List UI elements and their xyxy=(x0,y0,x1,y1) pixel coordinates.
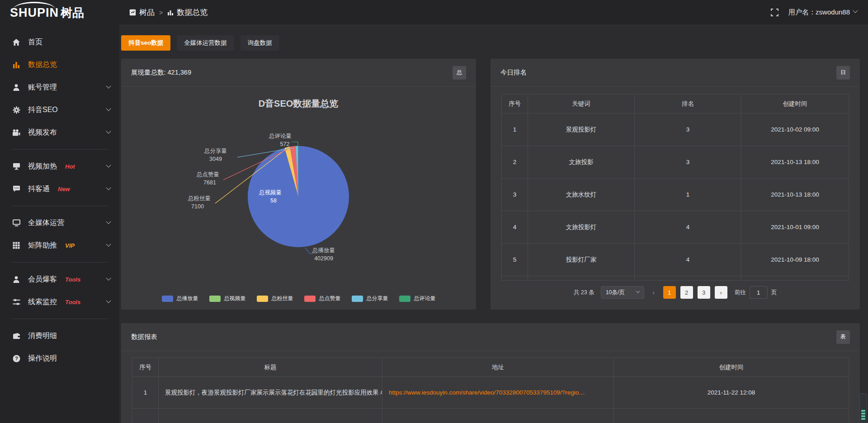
page-button-1[interactable]: 1 xyxy=(663,286,676,299)
svg-text:D音SEO数据量总览: D音SEO数据量总览 xyxy=(259,99,339,108)
ranking-table: 序号 关键词 排名 创建时间 1 景观投影灯 3 2021-10-02 09:0… xyxy=(501,94,849,281)
video-camera-icon xyxy=(12,128,21,136)
prev-page-button[interactable]: ‹ xyxy=(649,289,659,296)
username-label: 用户名：zswodun88 xyxy=(788,8,850,17)
sidebar-item-account[interactable]: 账号管理 xyxy=(0,76,119,99)
sidebar-item-clue-monitor[interactable]: 线索监控 Tools xyxy=(0,291,119,313)
sidebar-item-label: 操作说明 xyxy=(28,354,57,363)
sidebar-item-matrix-boost[interactable]: 矩阵助推 VIP xyxy=(0,234,119,257)
legend-label: 总分享量 xyxy=(367,295,388,302)
svg-text:572: 572 xyxy=(280,141,290,147)
next-page-button[interactable]: › xyxy=(715,286,727,299)
tab-douyin-seo-data[interactable]: 抖音seo数据 xyxy=(121,35,170,51)
grid-icon xyxy=(12,241,21,249)
sidebar-item-label: 账号管理 xyxy=(28,83,57,92)
cell-url: https://www.iesdouyin.com/share/video/70… xyxy=(382,377,614,409)
sidebar-item-label: 数据总览 xyxy=(28,60,57,70)
sidebar-item-douyin-seo[interactable]: 抖音SEO xyxy=(0,99,119,121)
fullscreen-icon[interactable] xyxy=(771,9,778,16)
legend-swatch xyxy=(209,296,221,302)
breadcrumb-root[interactable]: 树品 xyxy=(139,7,155,18)
legend-item[interactable]: 总点赞量 xyxy=(304,295,341,302)
sidebar-item-label: 矩阵助推 xyxy=(28,241,57,250)
user-icon xyxy=(12,275,21,283)
cell-created: 2021-10-13 18:00 xyxy=(741,146,849,179)
day-badge-button[interactable]: 日 xyxy=(836,66,850,80)
table-badge-button[interactable]: 表 xyxy=(836,330,850,344)
pie-chart[interactable]: D音SEO数据量总览总播放量402909总视频量58总粉丝量7100总点赞量76… xyxy=(121,87,476,310)
sidebar-item-video-heat[interactable]: 视频加热 Hot xyxy=(0,155,119,178)
legend-item[interactable]: 总视频量 xyxy=(209,295,246,302)
page-button-2[interactable]: 2 xyxy=(680,286,693,299)
sidebar-item-douketong[interactable]: 抖客通 New xyxy=(0,178,119,200)
tab-media-operation-data[interactable]: 全媒体运营数据 xyxy=(177,35,234,51)
chevron-down-icon xyxy=(106,242,111,247)
pagination-total: 共 23 条 xyxy=(574,289,594,296)
cell-rank: 3 xyxy=(635,113,741,146)
svg-text:总评论量: 总评论量 xyxy=(269,133,292,139)
sidebar-item-instructions[interactable]: ? 操作说明 xyxy=(0,347,119,370)
pie-chart-svg[interactable]: D音SEO数据量总览总播放量402909总视频量58总粉丝量7100总点赞量76… xyxy=(121,87,476,286)
floating-side-widget[interactable] xyxy=(859,393,867,423)
col-header-url: 地址 xyxy=(382,358,614,377)
legend-item[interactable]: 总评论量 xyxy=(399,295,436,302)
tab-inquiry-data[interactable]: 询盘数据 xyxy=(241,35,279,51)
sidebar-item-media-operation[interactable]: 全媒体运营 xyxy=(0,212,119,234)
ranking-panel: 今日排名 日 序号 关键词 排名 创建时间 xyxy=(491,59,860,310)
table-row: 2 文旅投影 3 2021-10-13 18:00 xyxy=(502,146,849,179)
svg-text:总分享量: 总分享量 xyxy=(204,148,227,154)
legend-item[interactable]: 总播放量 xyxy=(162,295,198,302)
svg-text:3049: 3049 xyxy=(209,156,222,162)
cell-index: 3 xyxy=(502,179,528,211)
legend-swatch xyxy=(304,296,316,302)
table-row: 1 景观投影灯，夜游景观投影灯厂家展示展示落花灯在花园里的灯光投影应用效果 # … xyxy=(132,377,849,409)
cell-rank: 4 xyxy=(635,211,741,244)
sidebar-item-consumption[interactable]: 消费明细 xyxy=(0,324,119,347)
content-area: 抖音seo数据 全媒体运营数据 询盘数据 展现量总数: 421,369 总 D音… xyxy=(119,25,868,423)
report-panel-title: 数据报表 xyxy=(131,333,157,341)
wallet-icon xyxy=(12,332,21,340)
sliders-icon xyxy=(12,298,21,306)
ranking-panel-title: 今日排名 xyxy=(500,68,527,77)
cell-title: 景观投影灯，夜游景观投影灯厂家展示展示落花灯在花园里的灯光投影应用效果 # xyxy=(159,377,382,409)
table-row: 5 投影灯厂家 4 2021-10-09 18:00 xyxy=(502,244,849,276)
col-header-title: 标题 xyxy=(159,358,382,377)
page-size-select[interactable]: 10条/页 xyxy=(601,286,644,299)
sidebar-item-member-baoke[interactable]: 会员爆客 Tools xyxy=(0,268,119,291)
svg-text:7100: 7100 xyxy=(191,203,204,210)
cell-keyword: 文旅水纹灯 xyxy=(528,179,635,211)
widget-bar xyxy=(861,418,865,420)
chevron-down-icon xyxy=(106,298,111,303)
svg-text:?: ? xyxy=(15,356,18,361)
page-button-3[interactable]: 3 xyxy=(698,286,710,299)
legend-item[interactable]: 总分享量 xyxy=(352,295,388,302)
sidebar-item-label: 视频加热 xyxy=(28,162,57,171)
cell-created: 2021-10-09 18:00 xyxy=(741,244,849,276)
user-menu[interactable]: 用户名：zswodun88 xyxy=(788,8,857,17)
video-link[interactable]: https://www.iesdouyin.com/share/video/70… xyxy=(389,389,585,396)
sidebar-item-label: 抖音SEO xyxy=(28,105,58,115)
breadcrumb-separator: > xyxy=(159,9,163,16)
legend-label: 总播放量 xyxy=(177,295,198,302)
table-header-row: 序号 标题 地址 创建时间 xyxy=(132,358,849,377)
svg-text:总视频量: 总视频量 xyxy=(259,189,282,196)
goto-label: 前往 xyxy=(735,289,746,296)
legend-item[interactable]: 总粉丝量 xyxy=(257,295,293,302)
chevron-down-icon xyxy=(106,185,111,190)
legend-label: 总评论量 xyxy=(414,295,436,302)
chevron-down-icon xyxy=(106,106,111,111)
cell-keyword: 文旅投影灯 xyxy=(528,211,635,244)
report-panel-header: 数据报表 表 xyxy=(121,323,860,351)
svg-text:总点赞量: 总点赞量 xyxy=(196,171,219,178)
sidebar-item-video-publish[interactable]: 视频发布 xyxy=(0,121,119,144)
goto-page-input[interactable] xyxy=(750,286,768,299)
brand-logo: SHUPIN 树品 xyxy=(0,0,119,25)
sidebar-item-data-overview[interactable]: 数据总览 xyxy=(0,53,119,76)
sidebar-item-home[interactable]: 首页 xyxy=(0,31,119,53)
total-badge-button[interactable]: 总 xyxy=(453,66,466,80)
chevron-down-icon xyxy=(853,8,858,13)
gear-icon xyxy=(12,106,21,114)
menu-divider xyxy=(11,319,108,319)
logo-arc-decoration xyxy=(14,2,55,9)
report-table-wrap: 序号 标题 地址 创建时间 1 景观投影灯，夜游景观投影灯厂家展示展示落花灯在花… xyxy=(121,351,860,423)
